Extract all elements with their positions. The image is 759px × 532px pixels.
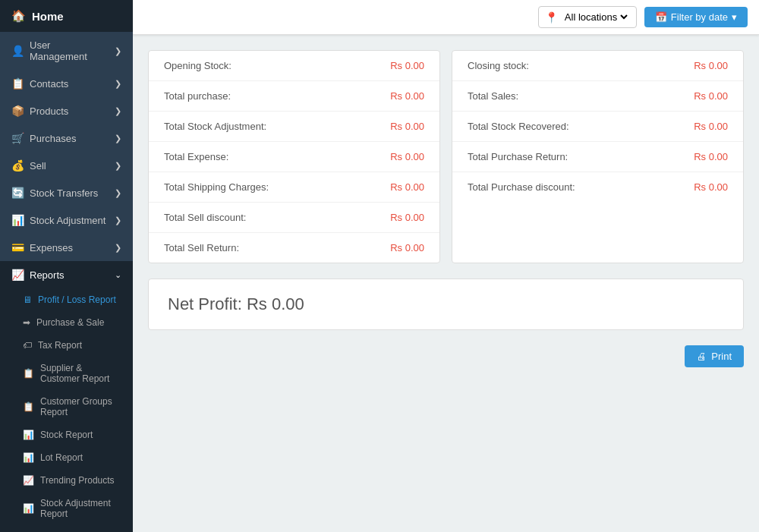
- sidebar-sub-item-profit-loss[interactable]: 🖥 Profit / Loss Report: [0, 288, 133, 311]
- print-row: 🖨 Print: [148, 345, 744, 367]
- reports-submenu: 🖥 Profit / Loss Report ➡ Purchase & Sale…: [0, 288, 133, 532]
- sidebar-item-sell[interactable]: 💰 Sell ❯: [0, 152, 133, 179]
- profit-loss-icon: 🖥: [23, 294, 32, 305]
- total-sell-return-value: Rs 0.00: [390, 242, 424, 253]
- opening-stock-row: Opening Stock: Rs 0.00: [149, 51, 439, 81]
- left-summary-card: Opening Stock: Rs 0.00 Total purchase: R…: [148, 50, 440, 263]
- sidebar-label-purchases: Purchases: [30, 133, 76, 144]
- total-purchase-label: Total purchase:: [164, 90, 231, 102]
- sidebar-item-reports[interactable]: 📈 Reports ⌄: [0, 261, 133, 288]
- sidebar-item-contacts[interactable]: 📋 Contacts ❯: [0, 70, 133, 97]
- sidebar-logo-label: Home: [32, 10, 64, 23]
- print-button-label: Print: [711, 351, 732, 362]
- total-shipping-label: Total Shipping Charges:: [164, 181, 269, 193]
- filter-by-date-button[interactable]: 📅 Filter by date ▾: [644, 7, 748, 27]
- closing-stock-value: Rs 0.00: [694, 60, 728, 71]
- total-stock-recovered-row: Total Stock Recovered: Rs 0.00: [452, 112, 743, 142]
- total-sales-row: Total Sales: Rs 0.00: [452, 81, 743, 112]
- closing-stock-label: Closing stock:: [468, 60, 529, 71]
- stock-adjustment-report-icon: 📊: [23, 503, 34, 514]
- sidebar-sub-label-tax-report: Tax Report: [38, 340, 82, 351]
- total-sell-discount-row: Total Sell discount: Rs 0.00: [149, 203, 439, 233]
- total-sales-label: Total Sales:: [468, 90, 518, 102]
- chevron-icon: ❯: [115, 46, 121, 56]
- print-button[interactable]: 🖨 Print: [685, 345, 744, 367]
- sidebar-sub-item-lot-report[interactable]: 📊 Lot Report: [0, 446, 133, 469]
- user-management-icon: 👤: [11, 45, 24, 57]
- sidebar-label-stock-adjustment: Stock Adjustment: [30, 215, 106, 226]
- stock-transfers-icon: 🔄: [11, 187, 24, 199]
- sidebar-item-purchases[interactable]: 🛒 Purchases ❯: [0, 124, 133, 152]
- supplier-customer-icon: 📋: [23, 368, 34, 379]
- summary-cards-row: Opening Stock: Rs 0.00 Total purchase: R…: [148, 50, 744, 263]
- content-area: Opening Stock: Rs 0.00 Total purchase: R…: [133, 35, 759, 532]
- opening-stock-label: Opening Stock:: [164, 60, 231, 71]
- sidebar-sub-label-customer-groups: Customer Groups Report: [40, 396, 121, 417]
- sidebar-sub-label-stock-adjustment-report: Stock Adjustment Report: [40, 498, 121, 519]
- purchase-sale-icon: ➡: [23, 317, 30, 328]
- total-sell-discount-value: Rs 0.00: [390, 212, 424, 223]
- products-icon: 📦: [11, 105, 24, 117]
- lot-report-icon: 📊: [23, 452, 34, 463]
- sidebar-sub-item-purchase-sale[interactable]: ➡ Purchase & Sale: [0, 311, 133, 334]
- sidebar-item-stock-transfers[interactable]: 🔄 Stock Transfers ❯: [0, 179, 133, 206]
- sidebar-item-user-management[interactable]: 👤 User Management ❯: [0, 32, 133, 70]
- expenses-icon: 💳: [11, 241, 24, 253]
- sidebar-label-reports: Reports: [30, 269, 65, 281]
- tax-report-icon: 🏷: [23, 340, 32, 351]
- opening-stock-value: Rs 0.00: [390, 60, 424, 71]
- sidebar-item-expenses[interactable]: 💳 Expenses ❯: [0, 234, 133, 261]
- purchases-icon: 🛒: [11, 132, 24, 144]
- sidebar-sub-item-trending-products[interactable]: 📈 Trending Products: [0, 469, 133, 492]
- net-profit-value: Rs 0.00: [247, 294, 304, 313]
- sidebar-sub-item-stock-report[interactable]: 📊 Stock Report: [0, 423, 133, 446]
- total-expense-label: Total Expense:: [164, 151, 228, 162]
- chevron-icon: ❯: [115, 216, 121, 225]
- sidebar-label-products: Products: [30, 105, 68, 117]
- contacts-icon: 📋: [11, 77, 24, 90]
- filter-button-label: Filter by date: [671, 11, 728, 23]
- sidebar-logo[interactable]: 🏠 Home: [0, 0, 133, 32]
- location-select[interactable]: All locations: [562, 11, 630, 24]
- sidebar-label-expenses: Expenses: [30, 242, 73, 253]
- sidebar-sub-label-lot-report: Lot Report: [40, 452, 83, 463]
- total-purchase-discount-row: Total Purchase discount: Rs 0.00: [452, 172, 743, 202]
- total-expense-value: Rs 0.00: [390, 151, 424, 162]
- closing-stock-row: Closing stock: Rs 0.00: [452, 51, 743, 81]
- reports-icon: 📈: [11, 269, 24, 281]
- total-purchase-discount-value: Rs 0.00: [694, 181, 728, 193]
- stock-report-icon: 📊: [23, 430, 34, 440]
- total-expense-row: Total Expense: Rs 0.00: [149, 142, 439, 172]
- sidebar-sub-label-supplier-customer: Supplier & Customer Report: [40, 363, 121, 384]
- total-purchase-discount-label: Total Purchase discount:: [468, 181, 575, 193]
- total-stock-recovered-label: Total Stock Recovered:: [468, 121, 569, 132]
- location-selector[interactable]: 📍 All locations: [538, 6, 637, 28]
- calendar-icon: 📅: [655, 11, 667, 23]
- sidebar-sub-item-supplier-customer[interactable]: 📋 Supplier & Customer Report: [0, 357, 133, 390]
- total-stock-adjustment-value: Rs 0.00: [390, 121, 424, 132]
- chevron-icon: ❯: [115, 188, 121, 198]
- sidebar-label-contacts: Contacts: [30, 78, 68, 90]
- total-sell-return-row: Total Sell Return: Rs 0.00: [149, 233, 439, 263]
- sidebar-item-products[interactable]: 📦 Products ❯: [0, 97, 133, 124]
- topbar: 📍 All locations 📅 Filter by date ▾: [133, 0, 759, 35]
- total-purchase-return-row: Total Purchase Return: Rs 0.00: [452, 142, 743, 172]
- sidebar-item-stock-adjustment[interactable]: 📊 Stock Adjustment ❯: [0, 206, 133, 234]
- trending-products-icon: 📈: [23, 475, 34, 486]
- sidebar-sub-item-stock-adjustment-report[interactable]: 📊 Stock Adjustment Report: [0, 492, 133, 525]
- sidebar-sub-item-customer-groups[interactable]: 📋 Customer Groups Report: [0, 390, 133, 423]
- home-icon: 🏠: [11, 9, 26, 23]
- total-purchase-row: Total purchase: Rs 0.00: [149, 81, 439, 112]
- total-purchase-value: Rs 0.00: [390, 90, 424, 102]
- chevron-icon: ❯: [115, 79, 121, 89]
- total-shipping-row: Total Shipping Charges: Rs 0.00: [149, 172, 439, 203]
- location-icon: 📍: [545, 11, 558, 24]
- sidebar-sub-item-product-purchase-report[interactable]: ⚙ Product Purchase Report: [0, 525, 133, 532]
- sidebar: 🏠 Home 👤 User Management ❯ 📋 Contacts ❯ …: [0, 0, 133, 532]
- sidebar-label-stock-transfers: Stock Transfers: [30, 187, 98, 199]
- filter-chevron-icon: ▾: [732, 11, 737, 23]
- sidebar-sub-item-tax-report[interactable]: 🏷 Tax Report: [0, 334, 133, 357]
- chevron-icon: ❯: [115, 243, 121, 253]
- chevron-icon: ❯: [115, 161, 121, 171]
- net-profit-label: Net Profit:: [168, 294, 242, 313]
